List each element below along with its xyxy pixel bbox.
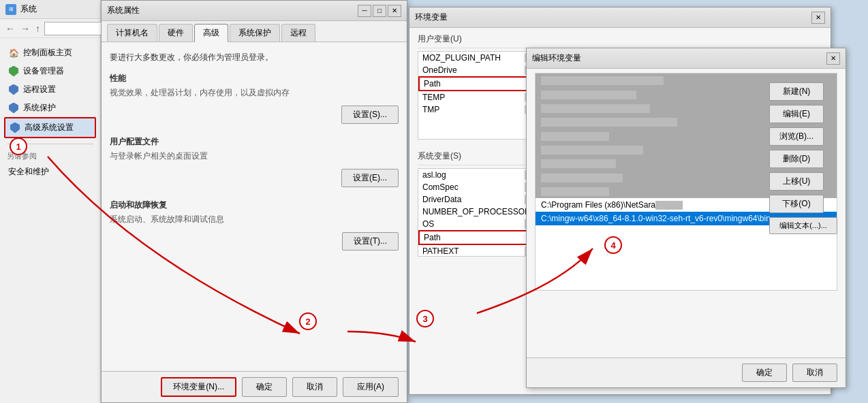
system-window: ⊞ 系统 ← → ↑ 🏠 控制面板主页 设备管理器 远程设置 系 (0, 0, 101, 403)
sysprops-footer: 环境变量(N)... 确定 取消 应用(A) (102, 371, 407, 402)
sidebar-item-security[interactable]: 安全和维护 (4, 163, 96, 181)
close-button[interactable]: ✕ (388, 5, 401, 17)
cancel-button[interactable]: 取消 (292, 377, 337, 397)
env-var-button[interactable]: 环境变量(N)... (161, 377, 236, 397)
system-title: 系统 (20, 3, 37, 15)
system-titlebar-icon: ⊞ (5, 4, 16, 15)
user-var-name: Path (424, 79, 519, 88)
envvar-titlebar: 环境变量 ✕ (409, 7, 831, 28)
edit-env-close-button[interactable]: ✕ (826, 52, 840, 65)
user-section-title: 用户变量(U) (418, 33, 822, 48)
maximize-button[interactable]: □ (373, 5, 386, 17)
tabs-bar: 计算机名 硬件 高级 系统保护 远程 (102, 21, 407, 42)
sysprops-titlebar: 系统属性 ─ □ ✕ (102, 1, 407, 21)
sys-var-name: DriverData (422, 195, 518, 204)
user-var-name: TEMP (422, 93, 518, 102)
envvar-win-controls: ✕ (811, 12, 825, 24)
sidebar-item-label: 控制面板主页 (23, 47, 72, 59)
user-profile-section: 用户配置文件 与登录帐户相关的桌面设置 设置(E)... (110, 136, 399, 187)
sys-var-name: Path (424, 233, 519, 242)
edit-ok-button[interactable]: 确定 (742, 364, 787, 382)
sidebar-item-label: 设备管理器 (23, 65, 64, 77)
edit-action-buttons: 新建(N) 编辑(E) 浏览(B)... 删除(D) 上移(U) 下移(O) 编… (769, 82, 837, 234)
edit-text-button[interactable]: 编辑文本(...)... (769, 217, 837, 234)
edit-env-title: 编辑环境变量 (532, 52, 581, 64)
startup-settings-button[interactable]: 设置(T)... (342, 232, 399, 251)
startup-section: 启动和故障恢复 系统启动、系统故障和调试信息 设置(T)... (110, 199, 399, 251)
system-protection-icon (8, 103, 19, 114)
sidebar-item-label: 安全和维护 (8, 166, 49, 178)
performance-section: 性能 视觉效果，处理器计划，内存使用，以及虚拟内存 设置(S)... (110, 73, 399, 124)
user-var-name: OneDrive (422, 65, 518, 75)
move-down-button[interactable]: 下移(O) (769, 195, 824, 213)
envvar-title: 环境变量 (415, 12, 448, 23)
tab-remote[interactable]: 远程 (281, 24, 315, 42)
edit-button[interactable]: 编辑(E) (769, 105, 824, 123)
edit-env-win-controls: ✕ (826, 52, 840, 65)
user-var-name: TMP (422, 105, 518, 114)
up-button[interactable]: ↑ (34, 23, 42, 34)
user-profile-desc: 与登录帐户相关的桌面设置 (110, 150, 399, 162)
move-up-button[interactable]: 上移(U) (769, 172, 824, 191)
user-profile-settings-button[interactable]: 设置(E)... (341, 169, 399, 187)
sys-var-name: NUMBER_OF_PROCESSORS (422, 207, 518, 216)
edit-env-titlebar: 编辑环境变量 ✕ (527, 48, 846, 69)
advanced-settings-icon (10, 123, 20, 133)
back-button[interactable]: ← (4, 23, 16, 34)
sidebar-item-advanced-settings[interactable]: 高级系统设置 (4, 117, 96, 138)
startup-title: 启动和故障恢复 (110, 199, 399, 211)
tab-system-protection[interactable]: 系统保护 (230, 24, 280, 42)
remote-settings-icon (8, 84, 19, 95)
sidebar-content: 🏠 控制面板主页 设备管理器 远程设置 系统保护 高级系统设置 (0, 38, 100, 187)
system-titlebar: ⊞ 系统 (0, 0, 100, 19)
edit-env-window: 编辑环境变量 ✕ (526, 48, 846, 388)
sidebar-item-label: 远程设置 (23, 84, 56, 95)
nav-controls: ← → ↑ (0, 19, 100, 38)
browse-button[interactable]: 浏览(B)... (769, 127, 824, 146)
tab-advanced[interactable]: 高级 (194, 24, 228, 42)
performance-desc: 视觉效果，处理器计划，内存使用，以及虚拟内存 (110, 87, 399, 99)
win-controls: ─ □ ✕ (358, 5, 401, 17)
minimize-button[interactable]: ─ (358, 5, 371, 17)
sys-var-name: asl.log (422, 170, 518, 180)
tab-hardware[interactable]: 硬件 (159, 24, 193, 42)
admin-notice: 要进行大多数更改，你必须作为管理员登录。 (110, 52, 399, 63)
home-icon: 🏠 (8, 48, 19, 59)
sys-var-name: ComSpec (422, 182, 518, 192)
sidebar-item-system-protection[interactable]: 系统保护 (4, 99, 96, 117)
sysprops-window: 系统属性 ─ □ ✕ 计算机名 硬件 高级 系统保护 远程 要进行大多数更改，你… (101, 0, 407, 403)
new-button[interactable]: 新建(N) (769, 82, 824, 101)
ok-button[interactable]: 确定 (242, 377, 287, 397)
sidebar-item-label: 高级系统设置 (25, 122, 74, 133)
edit-env-footer: 确定 取消 (527, 357, 846, 387)
sysprops-title: 系统属性 (107, 5, 140, 16)
sidebar-item-control-panel[interactable]: 🏠 控制面板主页 (4, 44, 96, 62)
tab-advanced-content: 要进行大多数更改，你必须作为管理员登录。 性能 视觉效果，处理器计划，内存使用，… (102, 42, 407, 272)
sidebar-footer-section: 另请参阅 (4, 150, 96, 163)
envvar-close-button[interactable]: ✕ (811, 12, 825, 24)
user-var-name: MOZ_PLUGIN_PATH (422, 53, 518, 63)
performance-settings-button[interactable]: 设置(S)... (341, 106, 399, 124)
device-manager-icon (8, 66, 19, 77)
tab-computer-name[interactable]: 计算机名 (107, 24, 157, 42)
startup-desc: 系统启动、系统故障和调试信息 (110, 214, 399, 225)
sys-var-name: OS (422, 219, 518, 229)
sidebar-item-label: 系统保护 (23, 102, 56, 114)
delete-button[interactable]: 删除(D) (769, 150, 824, 168)
user-profile-title: 用户配置文件 (110, 136, 399, 148)
sys-var-name: PATHEXT (422, 246, 518, 256)
sidebar-item-remote-settings[interactable]: 远程设置 (4, 80, 96, 99)
edit-cancel-button[interactable]: 取消 (792, 364, 837, 382)
sidebar-item-device-manager[interactable]: 设备管理器 (4, 62, 96, 80)
forward-button[interactable]: → (19, 23, 31, 34)
apply-button[interactable]: 应用(A) (343, 377, 399, 397)
performance-title: 性能 (110, 73, 399, 84)
